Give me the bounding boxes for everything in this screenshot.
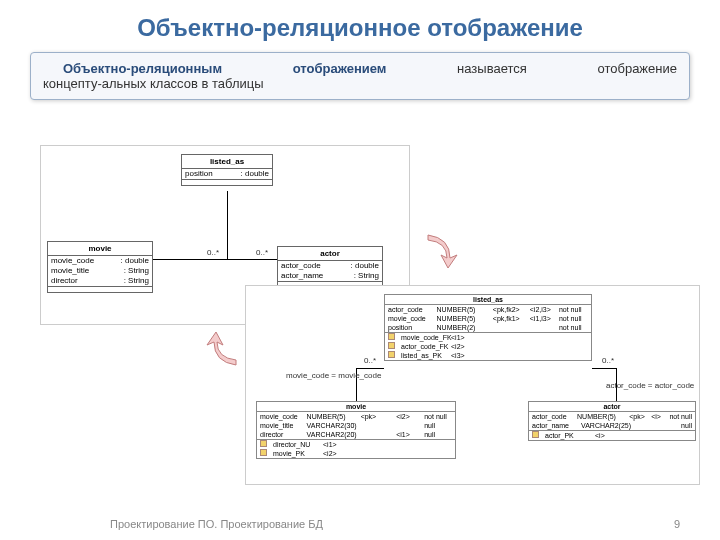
uml-class-name: actor (278, 247, 382, 261)
db-col: VARCHAR2(20) (307, 430, 357, 439)
db-col: VARCHAR2(30) (307, 421, 357, 430)
db-key: actor_code_FK (401, 342, 447, 351)
db-col: movie_code (260, 412, 303, 421)
db-col (361, 421, 392, 430)
db-col: actor_code (532, 412, 573, 421)
uml-attr-type: : String (124, 266, 149, 276)
db-mult: 0..* (364, 356, 376, 365)
db-col: null (424, 421, 452, 430)
db-col (530, 323, 555, 332)
uml-attr: movie_code (51, 256, 121, 266)
definition-w4: отображение (597, 61, 677, 76)
db-key: listed_as_PK (401, 351, 447, 360)
db-col: not null (559, 314, 588, 323)
key-icon (388, 342, 395, 349)
uml-class-listed-as: listed_as position: double (181, 154, 273, 186)
db-col (493, 323, 526, 332)
db-col: VARCHAR2(25) (581, 421, 634, 430)
arrow-down-icon (420, 230, 460, 270)
uml-class-name: listed_as (182, 155, 272, 169)
db-key: <i2> (451, 342, 465, 351)
uml-attr: actor_code (281, 261, 351, 271)
key-icon (532, 431, 539, 438)
definition-w3: называется (457, 61, 527, 76)
uml-mult: 0..* (207, 248, 219, 257)
db-rel: movie_code = movie_code (286, 371, 381, 380)
db-col: <i2> (396, 412, 420, 421)
db-col: not null (559, 323, 588, 332)
db-col: NUMBER(5) (307, 412, 357, 421)
db-col: <pk> (629, 412, 647, 421)
db-col (638, 421, 658, 430)
key-icon (388, 351, 395, 358)
db-col (361, 430, 392, 439)
db-key: <i1> (323, 440, 337, 449)
db-diagram: listed_as actor_codeNUMBER(5)<pk,fk2><i2… (245, 285, 700, 485)
db-col: <i1,i3> (530, 314, 555, 323)
db-col: movie_title (260, 421, 303, 430)
db-key: <i1> (451, 333, 465, 342)
uml-attr-type: : double (241, 169, 269, 179)
uml-attr: position (185, 169, 241, 179)
uml-attr-type: : String (124, 276, 149, 286)
db-key: <i2> (323, 449, 337, 458)
db-table-name: movie (257, 402, 455, 412)
definition-box: Объектно-реляционным отображением называ… (30, 52, 690, 100)
db-col: NUMBER(5) (437, 314, 489, 323)
db-key: <i> (595, 431, 605, 440)
db-table-name: listed_as (385, 295, 591, 305)
db-col: <i1> (396, 430, 420, 439)
db-col: NUMBER(5) (577, 412, 625, 421)
uml-class-actor: actor actor_code: double actor_name: Str… (277, 246, 383, 288)
db-table-name: actor (529, 402, 695, 412)
key-icon (260, 440, 267, 447)
definition-term: Объектно-реляционным (63, 61, 222, 76)
db-col: actor_code (388, 305, 433, 314)
uml-attr-type: : double (121, 256, 149, 266)
key-icon (388, 333, 395, 340)
db-col: NUMBER(5) (437, 305, 489, 314)
uml-class-name: movie (48, 242, 152, 256)
db-col (396, 421, 420, 430)
db-col: not null (559, 305, 588, 314)
db-col: <pk> (361, 412, 393, 421)
db-col: <pk,fk2> (493, 305, 526, 314)
db-col: <pk,fk1> (493, 314, 526, 323)
db-col: <i2,i3> (530, 305, 555, 314)
uml-attr: actor_name (281, 271, 354, 281)
db-key: movie_code_FK (401, 333, 447, 342)
db-col: director (260, 430, 303, 439)
db-col: movie_code (388, 314, 433, 323)
db-col: <i> (651, 412, 665, 421)
uml-class-movie: movie movie_code: double movie_title: St… (47, 241, 153, 293)
db-table-actor: actor actor_codeNUMBER(5)<pk><i>not null… (528, 401, 696, 441)
slide-title: Объектно-реляционное отображение (0, 0, 720, 52)
db-col: NUMBER(2) (437, 323, 489, 332)
uml-attr-type: : String (354, 271, 379, 281)
uml-attr-type: : double (351, 261, 379, 271)
db-key: actor_PK (545, 431, 591, 440)
db-key: director_NU (273, 440, 319, 449)
db-table-listed-as: listed_as actor_codeNUMBER(5)<pk,fk2><i2… (384, 294, 592, 361)
key-icon (260, 449, 267, 456)
uml-mult: 0..* (256, 248, 268, 257)
footer-text: Проектирование ПО. Проектирование БД (110, 518, 323, 530)
db-col: null (424, 430, 452, 439)
db-col (661, 421, 677, 430)
definition-line2: концепту-альных классов в таблицы (43, 76, 677, 91)
db-col: null (681, 421, 692, 430)
db-col: not null (669, 412, 692, 421)
uml-attr: movie_title (51, 266, 124, 276)
db-col: actor_name (532, 421, 577, 430)
db-col: position (388, 323, 433, 332)
db-col: not null (424, 412, 452, 421)
db-mult: 0..* (602, 356, 614, 365)
db-key: movie_PK (273, 449, 319, 458)
definition-w2: отображением (293, 61, 387, 76)
db-table-movie: movie movie_codeNUMBER(5)<pk><i2>not nul… (256, 401, 456, 459)
db-key: <i3> (451, 351, 465, 360)
uml-attr: director (51, 276, 124, 286)
db-rel: actor_code = actor_code (606, 381, 694, 390)
arrow-up-icon (204, 330, 244, 370)
page-number: 9 (674, 518, 680, 530)
